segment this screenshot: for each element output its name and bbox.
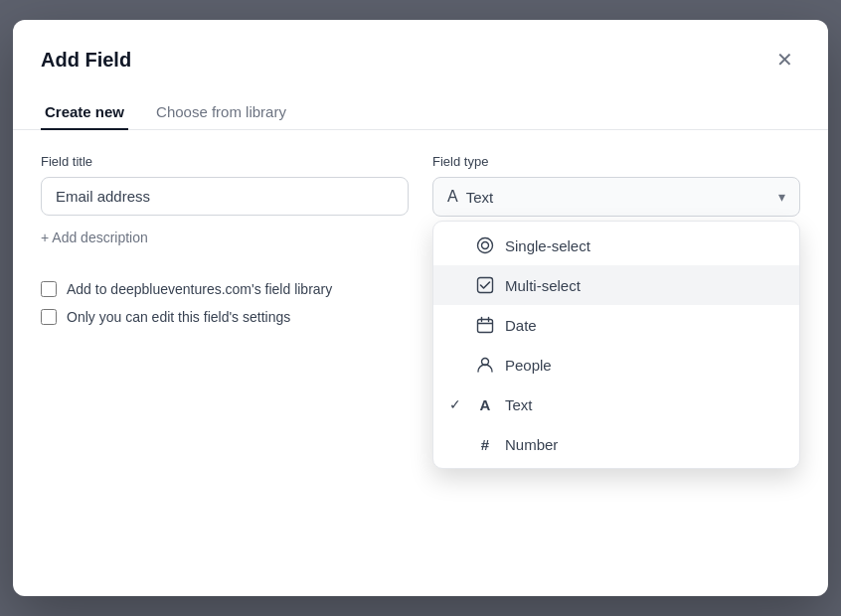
svg-rect-3 bbox=[478, 320, 493, 333]
dropdown-item-multi-select[interactable]: Multi-select bbox=[433, 265, 799, 305]
close-icon: ✕ bbox=[776, 48, 793, 72]
field-type-dropdown-menu: Single-select Multi-select bbox=[432, 221, 800, 469]
dropdown-item-text-label: Text bbox=[505, 396, 783, 413]
field-title-input[interactable] bbox=[41, 177, 409, 216]
add-field-modal: Add Field ✕ Create new Choose from libra… bbox=[13, 20, 828, 596]
dropdown-item-text[interactable]: ✓ A Text bbox=[433, 385, 799, 424]
chevron-down-icon: ▾ bbox=[778, 189, 785, 205]
single-select-icon bbox=[475, 235, 495, 255]
tab-bar: Create new Choose from library bbox=[13, 79, 828, 130]
checkbox-edit-settings[interactable]: Only you can edit this field's settings bbox=[41, 309, 409, 325]
tab-create-new[interactable]: Create new bbox=[41, 95, 128, 130]
date-icon bbox=[475, 315, 495, 335]
dropdown-item-single-select[interactable]: Single-select bbox=[433, 226, 799, 265]
people-icon bbox=[475, 355, 495, 375]
selected-type-icon: A bbox=[447, 188, 458, 206]
svg-point-0 bbox=[478, 238, 493, 253]
checkbox-edit-settings-input[interactable] bbox=[41, 309, 57, 325]
modal-header: Add Field ✕ bbox=[13, 20, 828, 76]
checkbox-field-library-input[interactable] bbox=[41, 281, 57, 297]
modal-body: Field title + Add description Add to dee… bbox=[13, 130, 828, 349]
close-button[interactable]: ✕ bbox=[768, 44, 800, 76]
dropdown-item-date-label: Date bbox=[505, 317, 783, 334]
svg-point-1 bbox=[482, 242, 489, 249]
dropdown-item-single-select-label: Single-select bbox=[505, 237, 783, 254]
dropdown-item-number[interactable]: # Number bbox=[433, 424, 799, 464]
right-column: Field type A Text ▾ bbox=[432, 154, 800, 325]
text-icon: A bbox=[475, 394, 495, 414]
field-type-selected: A Text bbox=[447, 188, 493, 206]
checkbox-group: Add to deepblueventures.com's field libr… bbox=[41, 281, 409, 325]
checkbox-field-library[interactable]: Add to deepblueventures.com's field libr… bbox=[41, 281, 409, 297]
modal-title: Add Field bbox=[41, 49, 131, 72]
left-column: Field title + Add description Add to dee… bbox=[41, 154, 409, 325]
selected-type-label: Text bbox=[466, 189, 494, 206]
dropdown-item-number-label: Number bbox=[505, 436, 783, 453]
dropdown-item-people[interactable]: People bbox=[433, 345, 799, 385]
dropdown-item-people-label: People bbox=[505, 357, 783, 374]
add-description-label: + Add description bbox=[41, 230, 148, 245]
field-type-wrapper: A Text ▾ bbox=[432, 177, 800, 217]
tab-choose-library[interactable]: Choose from library bbox=[152, 95, 290, 130]
multi-select-icon bbox=[475, 275, 495, 295]
checkbox-edit-settings-label: Only you can edit this field's settings bbox=[67, 309, 290, 325]
modal-overlay: Add Field ✕ Create new Choose from libra… bbox=[0, 0, 841, 616]
number-icon: # bbox=[475, 434, 495, 454]
field-type-label: Field type bbox=[432, 154, 800, 169]
add-description-button[interactable]: + Add description bbox=[41, 230, 409, 245]
checkmark-text: ✓ bbox=[449, 396, 465, 412]
dropdown-item-date[interactable]: Date bbox=[433, 305, 799, 345]
field-type-dropdown-trigger[interactable]: A Text ▾ bbox=[432, 177, 800, 217]
checkbox-field-library-label: Add to deepblueventures.com's field libr… bbox=[67, 281, 332, 297]
dropdown-item-multi-select-label: Multi-select bbox=[505, 277, 783, 294]
field-title-label: Field title bbox=[41, 154, 409, 169]
